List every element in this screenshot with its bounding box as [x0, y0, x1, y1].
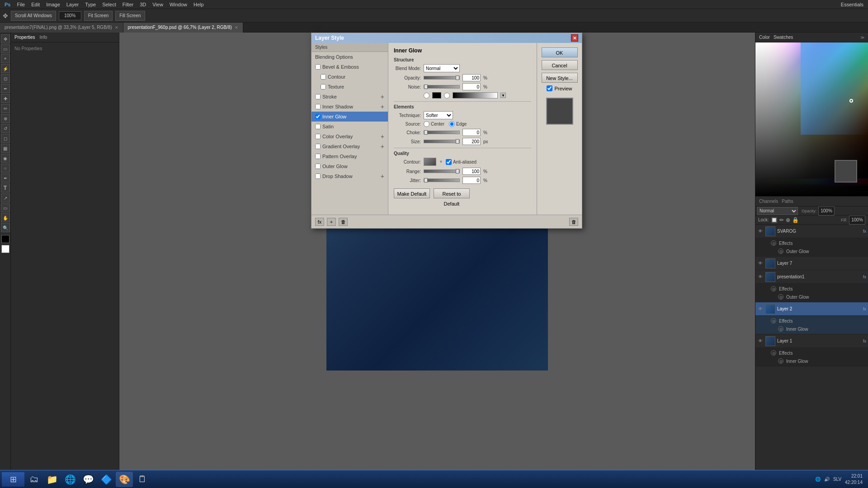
lock-transparency-icon[interactable]: 🔲 — [771, 217, 778, 223]
range-value[interactable]: 100 — [462, 168, 481, 175]
stroke-item[interactable]: Stroke + — [311, 92, 388, 102]
range-slider[interactable] — [424, 169, 460, 173]
center-label[interactable]: Center — [424, 121, 444, 127]
menu-type[interactable]: Type — [82, 1, 99, 8]
menu-filter[interactable]: Filter — [120, 1, 136, 8]
lock-all-icon[interactable]: 🔒 — [792, 217, 799, 223]
choke-thumb[interactable] — [424, 130, 428, 135]
fill-input[interactable]: 100% — [849, 216, 865, 225]
blend-mode-dropdown[interactable]: Normal — [424, 64, 460, 72]
contour-checkbox[interactable] — [321, 74, 326, 80]
lock-image-icon[interactable]: ✏ — [779, 217, 784, 223]
tool-move[interactable]: ✥ — [1, 34, 10, 43]
center-radio[interactable] — [424, 121, 429, 127]
ok-button[interactable]: OK — [542, 47, 578, 57]
noise-slider[interactable] — [424, 85, 460, 89]
pres1-visibility[interactable]: 👁 — [757, 274, 764, 280]
texture-checkbox[interactable] — [321, 84, 326, 89]
inner-glow-checkbox[interactable] — [315, 114, 321, 119]
opacity-slider[interactable] — [424, 76, 460, 80]
taskbar-app-blender[interactable]: 🔷 — [98, 472, 115, 487]
contour-item[interactable]: Contour — [311, 72, 388, 82]
layer-presentation1[interactable]: 👁 presentation1 fx — [755, 270, 868, 284]
satin-item[interactable]: Satin — [311, 122, 388, 131]
tool-path-select[interactable]: ↗ — [1, 193, 10, 202]
background-color[interactable] — [1, 245, 9, 253]
tool-pen[interactable]: ✒ — [1, 174, 10, 183]
gradient-radio[interactable] — [444, 93, 450, 99]
satin-checkbox[interactable] — [315, 124, 321, 129]
cancel-button[interactable]: Cancel — [542, 60, 578, 70]
new-style-button[interactable]: New Style... — [542, 73, 578, 83]
inner-shadow-item[interactable]: Inner Shadow + — [311, 102, 388, 112]
tool-gradient[interactable]: ▦ — [1, 144, 10, 153]
color-tab[interactable]: Color — [759, 35, 770, 40]
bevel-emboss-item[interactable]: Bevel & Emboss — [311, 62, 388, 72]
fit-screen-btn[interactable]: Fit Screen — [84, 11, 113, 21]
drop-shadow-item[interactable]: Drop Shadow + — [311, 171, 388, 181]
solid-color-radio[interactable] — [424, 93, 429, 99]
tool-history[interactable]: ↺ — [1, 124, 10, 133]
properties-tab[interactable]: Properties — [14, 35, 35, 40]
pres1-effects-eye[interactable]: ◎ — [771, 286, 776, 291]
edge-label[interactable]: Edge — [449, 121, 467, 127]
tool-heal[interactable]: ✚ — [1, 94, 10, 103]
contour-preview[interactable] — [424, 158, 436, 166]
layer-svarog[interactable]: 👁 SVAROG fx — [755, 225, 868, 238]
stroke-plus[interactable]: + — [381, 93, 384, 100]
stroke-checkbox[interactable] — [315, 94, 321, 99]
tab-1-close[interactable]: ✕ — [235, 25, 238, 30]
layer2-inner-glow-eye[interactable]: ◎ — [778, 326, 783, 332]
taskbar-app-folder[interactable]: 📁 — [43, 472, 61, 487]
tool-type[interactable]: T — [1, 183, 10, 192]
range-thumb[interactable] — [456, 169, 459, 174]
fill-screen-btn[interactable]: Fill Screen — [115, 11, 145, 21]
gradient-overlay-checkbox[interactable] — [315, 144, 321, 149]
size-thumb[interactable] — [456, 139, 459, 144]
jitter-value[interactable]: 0 — [462, 177, 481, 184]
layer-2[interactable]: 👁 Layer 2 fx — [755, 302, 868, 316]
trash-icon[interactable]: 🗑 — [569, 218, 578, 226]
start-button[interactable]: ⊞ — [2, 472, 24, 487]
scroll-all-windows-btn[interactable]: Scroll All Windows — [11, 11, 56, 21]
layer2-visibility[interactable]: 👁 — [757, 306, 764, 312]
menu-window[interactable]: Window — [167, 1, 190, 8]
tool-lasso[interactable]: ⌖ — [1, 54, 10, 63]
choke-value[interactable]: 0 — [462, 129, 481, 136]
layer2-effects-eye[interactable]: ◎ — [771, 318, 776, 324]
tool-eraser[interactable]: ◻ — [1, 134, 10, 143]
tool-eyedropper[interactable]: ✒ — [1, 84, 10, 93]
size-value[interactable]: 200 — [462, 138, 481, 145]
layer-1[interactable]: 👁 Layer 1 fx — [755, 334, 868, 348]
anti-aliased-checkbox-label[interactable]: Anti-aliased — [446, 159, 476, 165]
drop-shadow-plus[interactable]: + — [381, 173, 384, 180]
menu-help[interactable]: Help — [191, 1, 207, 8]
collapse-icon[interactable]: ≫ — [860, 35, 864, 40]
opacity-value[interactable]: 100 — [462, 74, 481, 81]
drop-shadow-checkbox[interactable] — [315, 174, 321, 179]
delete-style-icon[interactable]: 🗑 — [339, 218, 348, 226]
channels-tab[interactable]: Channels — [759, 199, 778, 204]
outer-glow-item[interactable]: Outer Glow — [311, 161, 388, 171]
blending-options-item[interactable]: Blending Options — [311, 52, 388, 62]
choke-slider[interactable] — [424, 131, 460, 134]
pres1-outer-glow-eye[interactable]: ◎ — [778, 294, 783, 300]
color-overlay-checkbox[interactable] — [315, 134, 321, 139]
tool-select-rect[interactable]: ▭ — [1, 44, 10, 53]
texture-item[interactable]: Texture — [311, 82, 388, 92]
bevel-emboss-checkbox[interactable] — [315, 64, 321, 70]
tool-crop[interactable]: ⊡ — [1, 74, 10, 83]
menu-view[interactable]: View — [150, 1, 166, 8]
color-overlay-item[interactable]: Color Overlay + — [311, 131, 388, 141]
inner-shadow-checkbox[interactable] — [315, 104, 321, 109]
taskbar-app-explorer[interactable]: 🗂 — [25, 472, 42, 487]
taskbar-app-notepad[interactable]: 🗒 — [134, 472, 151, 487]
tool-blur[interactable]: ◉ — [1, 154, 10, 163]
tool-shape[interactable]: ▭ — [1, 203, 10, 212]
layer7-visibility[interactable]: 👁 — [757, 260, 764, 267]
menu-select[interactable]: Select — [99, 1, 119, 8]
add-style-icon[interactable]: + — [327, 218, 336, 226]
gradient-options-btn[interactable]: ▼ — [500, 93, 506, 98]
lock-position-icon[interactable]: ⊕ — [786, 217, 790, 223]
outer-glow-checkbox[interactable] — [315, 164, 321, 169]
